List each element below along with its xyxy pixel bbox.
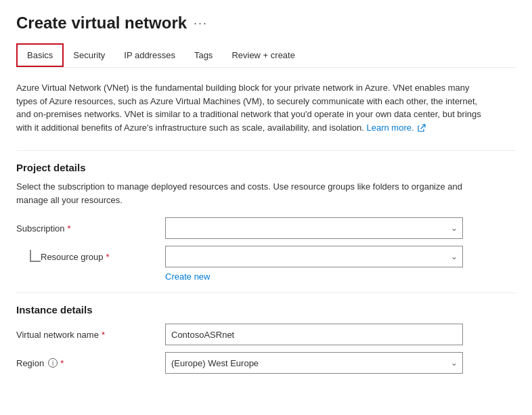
subscription-select[interactable] [165, 217, 463, 239]
divider-2 [16, 292, 516, 293]
tab-ip-addresses[interactable]: IP addresses [114, 45, 185, 66]
tab-basics[interactable]: Basics [16, 43, 64, 67]
resource-group-required: * [106, 252, 110, 262]
region-required: * [60, 358, 64, 368]
subscription-control: ⌄ [165, 217, 463, 239]
resource-group-control: ⌄ [165, 246, 463, 267]
region-label: Region i * [16, 358, 165, 368]
vnet-name-row: Virtual network name * [16, 324, 516, 345]
project-details-section: Project details Select the subscription … [16, 162, 516, 282]
project-details-title: Project details [16, 162, 516, 173]
resource-group-row: Resource group * ⌄ [41, 246, 516, 267]
create-new-link[interactable]: Create new [165, 271, 210, 282]
tab-tags[interactable]: Tags [185, 45, 222, 66]
region-row: Region i * (Europe) West Europe East US … [16, 352, 516, 374]
more-options-icon[interactable]: ··· [194, 16, 208, 30]
subscription-label: Subscription * [16, 223, 165, 234]
external-link-icon [418, 124, 426, 132]
project-details-description: Select the subscription to manage deploy… [16, 180, 490, 206]
region-select[interactable]: (Europe) West Europe East US West US [165, 352, 463, 374]
create-new-wrapper: Create new [16, 271, 516, 282]
tab-security[interactable]: Security [64, 45, 114, 66]
bracket-shape [30, 250, 41, 262]
vnet-name-label: Virtual network name * [16, 330, 165, 340]
subscription-required: * [68, 223, 71, 234]
vnet-description: Azure Virtual Network (VNet) is the fund… [16, 81, 490, 134]
page-title: Create virtual network [16, 14, 187, 32]
resource-group-wrapper: Resource group * ⌄ [16, 246, 516, 267]
learn-more-link[interactable]: Learn more. [366, 123, 426, 133]
resource-group-label: Resource group * [41, 252, 165, 262]
subscription-row: Subscription * ⌄ [16, 217, 516, 239]
page-header: Create virtual network ··· [16, 14, 516, 32]
region-control: (Europe) West Europe East US West US ⌄ [165, 352, 463, 374]
tab-bar: Basics Security IP addresses Tags Review… [16, 43, 516, 68]
divider-1 [16, 150, 516, 151]
vnet-name-required: * [102, 330, 105, 340]
instance-details-title: Instance details [16, 304, 516, 315]
region-info-icon[interactable]: i [48, 358, 58, 368]
vnet-name-control [165, 324, 463, 345]
indent-bracket [16, 246, 41, 262]
tab-review-create[interactable]: Review + create [222, 45, 305, 66]
vnet-name-input[interactable] [165, 324, 463, 345]
resource-group-select[interactable] [165, 246, 463, 267]
instance-details-section: Instance details Virtual network name * … [16, 304, 516, 374]
